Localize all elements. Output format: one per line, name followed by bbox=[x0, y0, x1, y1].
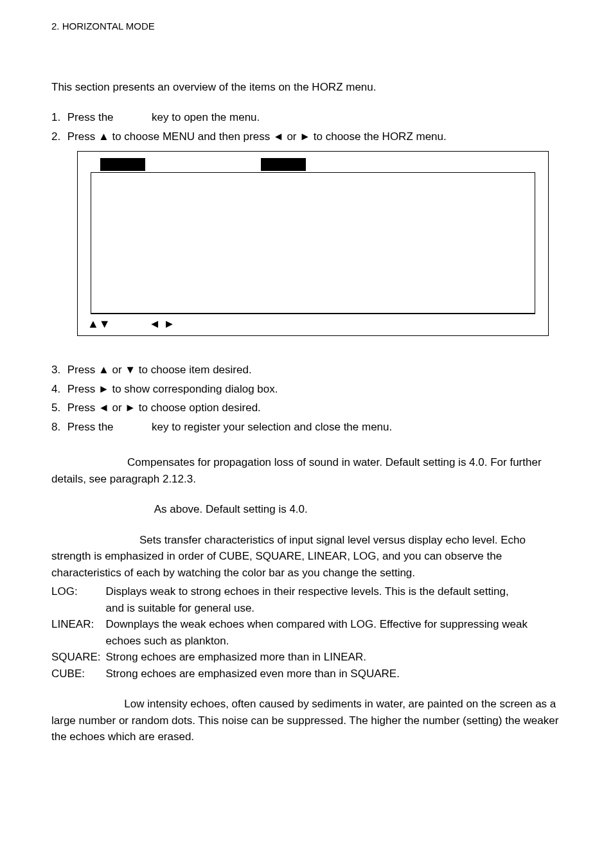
res-linear-val: Downplays the weak echoes when compared … bbox=[106, 616, 562, 649]
menu-content-box bbox=[91, 172, 535, 314]
intro-text: This section presents an overview of the… bbox=[51, 79, 562, 96]
res-log-val-line2: and is suitable for general use. bbox=[106, 602, 255, 614]
res-cube-term: CUBE: bbox=[51, 666, 106, 682]
left-right-arrows-icon: ◄ ► bbox=[149, 315, 175, 333]
step-5: 5. Press ◄ or ► to choose option desired… bbox=[51, 400, 562, 416]
res-color-definition: Sets transfer characteristics of input s… bbox=[51, 532, 562, 682]
step-text: Press ► to show corresponding dialog box… bbox=[67, 383, 278, 395]
res-cube-row: CUBE: Strong echoes are emphasized even … bbox=[51, 666, 562, 682]
step-1: 1. Press the MENU key to open the menu. bbox=[51, 109, 562, 126]
tvg-far-definition: As above. Default setting is 4.0. bbox=[51, 501, 562, 518]
res-linear-term: LINEAR: bbox=[51, 616, 106, 649]
res-square-term: SQUARE: bbox=[51, 649, 106, 666]
res-linear-row: LINEAR: Downplays the weak echoes when c… bbox=[51, 616, 562, 649]
tvg-near-definition: Compensates for propagation loss of soun… bbox=[51, 454, 562, 487]
steps-block-2: 3. Press ▲ or ▼ to choose item desired. … bbox=[51, 362, 562, 435]
noise-limit-text: Low intensity echoes, often caused by se… bbox=[51, 698, 558, 743]
menu-tab-black-box bbox=[100, 158, 145, 171]
noise-limit-definition: Low intensity echoes, often caused by se… bbox=[51, 696, 562, 745]
res-square-val: Strong echoes are emphasized more than i… bbox=[106, 649, 562, 666]
step-number: 4. bbox=[51, 381, 64, 398]
res-log-val-line1: Displays weak to strong echoes in their … bbox=[106, 585, 509, 598]
res-log-row: LOG: Displays weak to strong echoes in t… bbox=[51, 583, 562, 616]
tvg-near-indent bbox=[51, 456, 127, 468]
step-text-suffix: key to register your selection and close… bbox=[152, 421, 392, 433]
step-number: 3. bbox=[51, 362, 64, 378]
tvg-far-text: As above. Default setting is 4.0. bbox=[154, 503, 308, 515]
res-log-term: LOG: bbox=[51, 583, 106, 616]
step-4: 4. Press ► to show corresponding dialog … bbox=[51, 381, 562, 398]
res-log-val: Displays weak to strong echoes in their … bbox=[106, 583, 562, 616]
definitions-section: Compensates for propagation loss of soun… bbox=[51, 454, 562, 745]
step-text-prefix: Press the bbox=[67, 111, 114, 123]
step-number: 1. bbox=[51, 109, 64, 126]
res-square-row: SQUARE: Strong echoes are emphasized mor… bbox=[51, 649, 562, 666]
step-text-prefix: Press the bbox=[67, 421, 114, 433]
step-text: Press ◄ or ► to choose option desired. bbox=[67, 402, 261, 414]
step-8: 8. Press the MENU key to register your s… bbox=[51, 419, 562, 436]
steps-block-1: 1. Press the MENU key to open the menu. … bbox=[51, 109, 562, 145]
step-text: Press ▲ to choose MENU and then press ◄ … bbox=[67, 130, 447, 143]
noise-limit-indent bbox=[51, 698, 124, 710]
up-down-arrows-icon: ▲▼ bbox=[87, 315, 111, 333]
step-text-suffix: key to open the menu. bbox=[152, 111, 260, 123]
menu-tab-row bbox=[84, 158, 542, 171]
res-color-indent bbox=[51, 534, 139, 546]
res-color-intro: Sets transfer characteristics of input s… bbox=[51, 532, 562, 581]
menu-arrow-legend: ▲▼ ◄ ► bbox=[84, 314, 542, 333]
step-number: 5. bbox=[51, 400, 64, 416]
step-2: 2. Press ▲ to choose MENU and then press… bbox=[51, 128, 562, 145]
tvg-far-indent bbox=[51, 503, 154, 515]
step-3: 3. Press ▲ or ▼ to choose item desired. bbox=[51, 362, 562, 378]
step-number: 2. bbox=[51, 128, 64, 145]
res-color-options: LOG: Displays weak to strong echoes in t… bbox=[51, 583, 562, 682]
step-text: Press ▲ or ▼ to choose item desired. bbox=[67, 364, 252, 376]
step-number: 8. bbox=[51, 419, 64, 436]
menu-tab-black-box bbox=[261, 158, 306, 171]
menu-diagram: ▲▼ ◄ ► bbox=[77, 151, 549, 336]
page-header: 2. HORIZONTAL MODE bbox=[51, 19, 562, 34]
res-cube-val: Strong echoes are emphasized even more t… bbox=[106, 666, 562, 682]
